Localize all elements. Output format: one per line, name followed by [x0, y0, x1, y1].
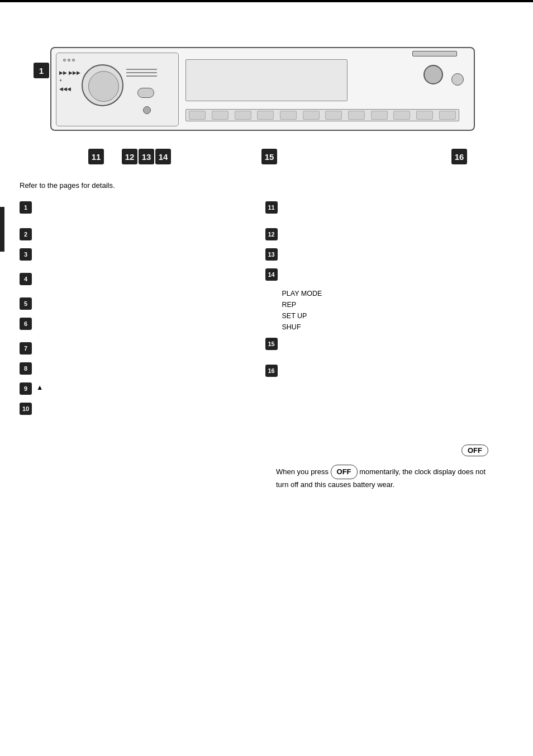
oval-button	[137, 88, 154, 98]
right-small-button	[451, 73, 464, 86]
page-content: 1 2 3 4 5 6 7 8 9 10 ▶▶ ▶▶▶ +	[0, 2, 533, 501]
device-illustration: ▶▶ ▶▶▶ + ◀◀◀	[50, 47, 475, 136]
items-grid: 1 2 3 4 5 6	[20, 201, 511, 422]
right-large-button	[423, 65, 443, 84]
item-2-entry: 2	[20, 228, 265, 243]
item-badge-14: 14	[265, 268, 278, 281]
off-button-label: OFF	[461, 445, 488, 456]
item-9-symbol: ▲	[36, 382, 43, 393]
item-badge-8: 8	[20, 362, 32, 375]
diagram-area: 1 2 3 4 5 6 7 8 9 10 ▶▶ ▶▶▶ +	[17, 13, 511, 170]
item-badge-2: 2	[20, 228, 32, 240]
indicator-dots	[63, 59, 75, 62]
display-panel	[185, 59, 348, 101]
device-body: ▶▶ ▶▶▶ + ◀◀◀	[50, 47, 475, 131]
item-8-entry: 8	[20, 362, 265, 377]
item-7-entry: 7	[20, 342, 265, 357]
badge-16: 16	[451, 149, 467, 164]
subitem-rep: REP	[282, 299, 511, 310]
eject-slot	[412, 51, 457, 56]
off-inline-button: OFF	[331, 465, 358, 479]
item-badge-3: 3	[20, 248, 32, 261]
item-3-entry: 3	[20, 248, 265, 263]
subitem-play-mode: PLAY MODE	[282, 288, 511, 299]
small-circle-button	[143, 106, 151, 114]
item-10-entry: 10	[20, 402, 265, 418]
off-section: OFF When you press OFF momentarily, the …	[17, 445, 511, 490]
transport-symbols: ▶▶ ▶▶▶ + ◀◀◀	[59, 69, 80, 93]
left-panel: ▶▶ ▶▶▶ + ◀◀◀	[56, 53, 179, 126]
preset-buttons	[185, 109, 459, 121]
item-badge-15: 15	[265, 338, 278, 350]
volume-knob	[82, 64, 123, 106]
off-note-text: When you press OFF momentarily, the cloc…	[276, 467, 486, 489]
item-13-entry: 13	[265, 248, 511, 263]
knob-inner	[88, 71, 119, 102]
item-1-entry: 1	[20, 201, 265, 216]
item-badge-12: 12	[265, 228, 278, 240]
item-badge-9: 9	[20, 382, 32, 395]
item-badge-6: 6	[20, 318, 32, 330]
item-badge-1: 1	[20, 201, 32, 214]
right-column: 11 12 13 14 PLAY MODE REP SET UP SHUF	[265, 201, 511, 422]
left-bar	[0, 207, 4, 252]
badge-1: 1	[34, 63, 49, 78]
badge-14: 14	[155, 149, 171, 164]
item-badge-5: 5	[20, 297, 32, 310]
item-badge-16: 16	[265, 365, 278, 377]
item-badge-13: 13	[265, 248, 278, 261]
item-12-entry: 12	[265, 228, 511, 243]
badge-12: 12	[122, 149, 137, 164]
off-note: When you press OFF momentarily, the cloc…	[276, 465, 488, 490]
badge-15: 15	[261, 149, 277, 164]
item-9-entry: 9 ▲	[20, 382, 265, 398]
item-badge-10: 10	[20, 403, 32, 415]
refer-text: Refer to the pages for details.	[20, 181, 511, 190]
item-15-entry: 15	[265, 337, 511, 353]
badge-11: 11	[88, 149, 104, 164]
item-5-entry: 5	[20, 297, 265, 313]
item-16-entry: 16	[265, 364, 511, 380]
item-11-entry: 11	[265, 201, 511, 216]
left-column: 1 2 3 4 5 6	[20, 201, 265, 422]
item-6-entry: 6	[20, 317, 265, 333]
slider-controls	[126, 69, 157, 77]
item-badge-7: 7	[20, 342, 32, 355]
item-badge-11: 11	[265, 201, 278, 214]
subitem-set-up: SET UP	[282, 310, 511, 322]
badge-13: 13	[139, 149, 154, 164]
off-button-standalone: OFF	[461, 445, 488, 456]
item-14-entry: 14	[265, 268, 511, 284]
subitem-shuf: SHUF	[282, 322, 511, 333]
item-4-entry: 4	[20, 272, 265, 288]
item-14-subitems: PLAY MODE REP SET UP SHUF	[282, 288, 511, 333]
item-badge-4: 4	[20, 273, 32, 285]
